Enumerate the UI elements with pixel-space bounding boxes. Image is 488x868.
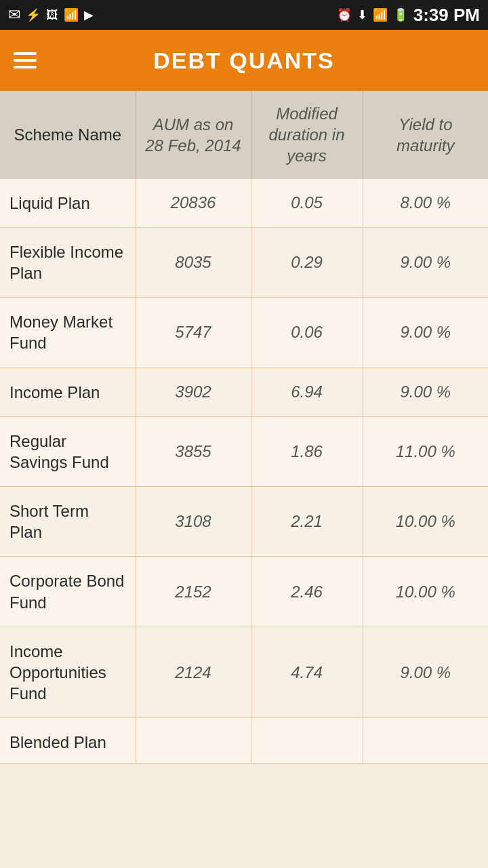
table-row: Short Term Plan31082.2110.00 % — [0, 487, 488, 557]
cell-aum: 5747 — [136, 298, 251, 368]
column-header-yield: Yield to maturity — [363, 91, 488, 179]
cell-scheme: Corporate Bond Fund — [0, 557, 136, 627]
cell-duration: 0.06 — [251, 298, 363, 368]
cell-duration: 6.94 — [251, 368, 363, 416]
cell-aum: 3108 — [136, 487, 251, 557]
image-icon: 🖼 — [46, 8, 58, 22]
battery-icon: 🔋 — [393, 7, 408, 22]
cell-duration: 1.86 — [251, 416, 363, 486]
alarm-icon: ⏰ — [337, 7, 352, 22]
data-table-container: Scheme Name AUM as on 28 Feb, 2014 Modif… — [0, 91, 488, 764]
table-row: Blended Plan — [0, 718, 488, 763]
table-header-row: Scheme Name AUM as on 28 Feb, 2014 Modif… — [0, 91, 488, 179]
signal-bars-icon: 📶 — [373, 7, 388, 22]
table-row: Corporate Bond Fund21522.4610.00 % — [0, 557, 488, 627]
hamburger-menu-icon[interactable] — [14, 52, 37, 68]
cell-yield: 11.00 % — [363, 416, 488, 486]
status-icons-left: ✉ ⚡ 🖼 📶 ▶ — [8, 6, 94, 24]
cell-aum: 8035 — [136, 227, 251, 297]
cell-yield — [363, 718, 488, 763]
cell-duration: 2.46 — [251, 557, 363, 627]
cell-aum: 2152 — [136, 557, 251, 627]
cell-aum: 2124 — [136, 627, 251, 718]
table-row: Liquid Plan208360.058.00 % — [0, 179, 488, 228]
status-bar: ✉ ⚡ 🖼 📶 ▶ ⏰ ⬇ 📶 🔋 3:39 PM — [0, 0, 488, 30]
debt-quants-table: Scheme Name AUM as on 28 Feb, 2014 Modif… — [0, 91, 488, 764]
column-header-scheme: Scheme Name — [0, 91, 136, 179]
cell-yield: 10.00 % — [363, 487, 488, 557]
cell-yield: 10.00 % — [363, 557, 488, 627]
cell-duration — [251, 718, 363, 763]
cell-duration: 4.74 — [251, 627, 363, 718]
cell-scheme: Money Market Fund — [0, 298, 136, 368]
cell-yield: 9.00 % — [363, 298, 488, 368]
cell-scheme: Short Term Plan — [0, 487, 136, 557]
signal-down-icon: ⬇ — [357, 7, 367, 22]
cell-yield: 9.00 % — [363, 627, 488, 718]
status-time: 3:39 PM — [413, 5, 480, 26]
cell-scheme: Income Plan — [0, 368, 136, 416]
table-row: Regular Savings Fund38551.8611.00 % — [0, 416, 488, 486]
cell-yield: 8.00 % — [363, 179, 488, 228]
cell-aum: 20836 — [136, 179, 251, 228]
cell-duration: 0.05 — [251, 179, 363, 228]
cell-duration: 0.29 — [251, 227, 363, 297]
app-header: DEBT QUANTS — [0, 30, 488, 91]
column-header-aum: AUM as on 28 Feb, 2014 — [136, 91, 251, 179]
table-row: Income Plan39026.949.00 % — [0, 368, 488, 416]
cell-aum: 3855 — [136, 416, 251, 486]
status-icons-right: ⏰ ⬇ 📶 🔋 3:39 PM — [337, 5, 480, 26]
column-header-duration: Modified duration in years — [251, 91, 363, 179]
cell-duration: 2.21 — [251, 487, 363, 557]
table-row: Income Opportunities Fund21244.749.00 % — [0, 627, 488, 718]
media-icon: ▶ — [84, 7, 94, 22]
cell-yield: 9.00 % — [363, 227, 488, 297]
cell-scheme: Liquid Plan — [0, 179, 136, 228]
email-icon: ✉ — [8, 6, 20, 24]
usb-icon: ⚡ — [26, 7, 41, 22]
cell-aum — [136, 718, 251, 763]
table-row: Flexible Income Plan80350.299.00 % — [0, 227, 488, 297]
cell-yield: 9.00 % — [363, 368, 488, 416]
table-row: Money Market Fund57470.069.00 % — [0, 298, 488, 368]
cell-scheme: Flexible Income Plan — [0, 227, 136, 297]
cell-scheme: Regular Savings Fund — [0, 416, 136, 486]
cell-scheme: Blended Plan — [0, 718, 136, 763]
cell-scheme: Income Opportunities Fund — [0, 627, 136, 718]
wifi-icon: 📶 — [64, 7, 79, 22]
app-title: DEBT QUANTS — [53, 47, 474, 74]
cell-aum: 3902 — [136, 368, 251, 416]
